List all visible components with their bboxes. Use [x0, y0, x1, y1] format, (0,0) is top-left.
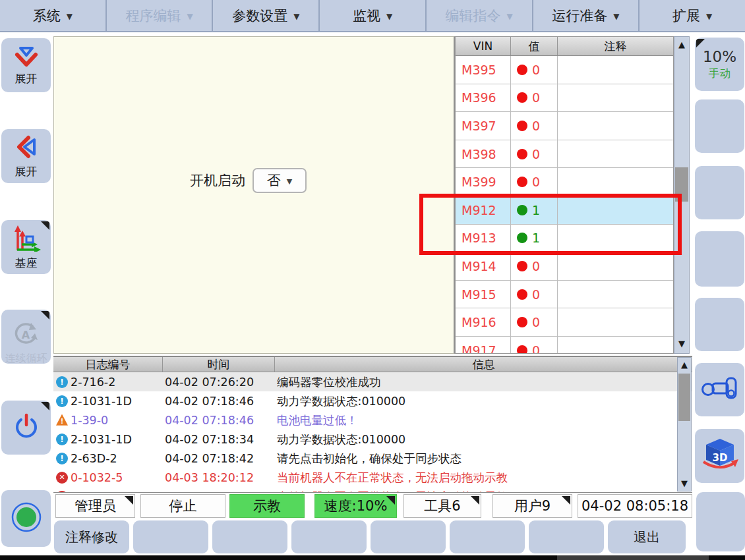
status-user-frame[interactable]: 用户9 [492, 494, 572, 518]
vin-name-cell: M398 [456, 140, 511, 168]
caret-down-icon: ▼ [67, 11, 73, 21]
scrollbar-up-button[interactable]: ▲ [678, 360, 691, 370]
vin-value-cell: 0 [511, 281, 558, 308]
log-message: 编码器零位校准成功 [277, 374, 692, 390]
corner-spare-button[interactable] [696, 492, 745, 551]
menu-item-monitor[interactable]: 监视▼ [320, 0, 427, 31]
corner-marker [562, 496, 570, 505]
expand-left-button[interactable]: 展开 [1, 129, 51, 183]
info-icon: ! [56, 434, 68, 445]
scrollbar-up-button[interactable]: ▲ [674, 40, 689, 49]
continuous-loop-button: A 连续循环 [1, 310, 51, 364]
log-row[interactable]: !2-63D-204-02 07:18:42请先点击初始化，确保处于同步状态 [53, 449, 692, 468]
speed-mode-button[interactable]: 10% 手动 [695, 38, 744, 91]
scrollbar-down-button[interactable]: ▼ [678, 478, 691, 488]
log-id: 2-63D-2 [71, 452, 165, 465]
menu-item-system[interactable]: 系统▼ [0, 0, 107, 31]
spare-button-1[interactable] [695, 99, 744, 153]
table-row[interactable]: M3960 [456, 84, 673, 113]
info-icon: ! [56, 453, 68, 464]
io-table-header: VIN 值 注释 [456, 37, 673, 56]
fn-blank-button-5[interactable] [450, 520, 525, 553]
log-scrollbar[interactable]: ▲ ▼ [677, 357, 692, 491]
log-id: 0-1032-5 [71, 490, 165, 493]
base-frame-button[interactable]: 基座 [1, 220, 51, 274]
servo-indicator-button[interactable] [1, 490, 51, 547]
spare-button-2[interactable] [695, 166, 744, 219]
vin-value-text: 0 [532, 175, 540, 189]
power-button[interactable] [1, 401, 51, 455]
log-row[interactable]: !2-1031-1D04-02 07:18:34动力学数据状态:010000 [53, 430, 692, 449]
log-time: 04-02 07:18:46 [165, 395, 277, 408]
table-row[interactable]: M9170 [456, 337, 673, 353]
log-row[interactable]: !2-716-204-02 07:26:20编码器零位校准成功 [53, 372, 692, 391]
log-message: 当前机器人不在正常状态，无法启动拖动示教 [277, 489, 692, 493]
fn-blank-button-2[interactable] [212, 520, 287, 553]
menu-item-parameter-settings[interactable]: 参数设置▼ [213, 0, 320, 31]
vin-comment-cell [558, 56, 673, 84]
vin-comment-cell [558, 168, 673, 196]
status-tool[interactable]: 工具6 [403, 494, 481, 518]
menu-item-program-edit: 程序编辑▼ [107, 0, 214, 31]
vin-value-text: 0 [532, 287, 540, 302]
error-icon: ✕ [56, 472, 68, 484]
table-row[interactable]: M9150 [456, 281, 673, 309]
corner-marker [471, 496, 479, 505]
log-time: 04-02 07:18:46 [165, 414, 277, 427]
vin-value-text: 0 [532, 63, 540, 77]
corner-marker [386, 496, 395, 505]
red-dot-icon [517, 65, 527, 75]
menu-item-extension[interactable]: 扩展▼ [640, 0, 745, 31]
fn-comment-edit-button[interactable]: 注释修改 [54, 520, 129, 553]
table-row[interactable]: M3970 [456, 112, 673, 140]
corner-marker [696, 39, 705, 47]
log-message: 当前机器人不在正常状态，无法启动拖动示教 [277, 470, 692, 486]
log-message: 动力学数据状态:010000 [277, 393, 692, 409]
red-dot-icon [517, 177, 527, 187]
spare-button-4[interactable] [695, 298, 744, 351]
expand-down-button[interactable]: 展开 [1, 38, 51, 92]
vin-comment-cell [558, 84, 673, 112]
status-speed[interactable]: 速度:10% [314, 494, 397, 518]
status-user-level[interactable]: 管理员 [55, 494, 135, 518]
log-row[interactable]: !2-1031-1D04-02 07:18:46动力学数据状态:010000 [53, 391, 692, 410]
fn-blank-button-4[interactable] [371, 520, 446, 553]
column-header-time: 时间 [163, 357, 275, 372]
fn-blank-button-3[interactable] [291, 520, 367, 553]
svg-text:A: A [21, 329, 30, 341]
corner-marker [41, 221, 49, 230]
vin-value-cell: 0 [511, 337, 558, 353]
table-row[interactable]: M3950 [456, 56, 673, 84]
status-clock: 04-02 08:05:18 [578, 494, 692, 518]
corner-marker [125, 496, 133, 505]
log-row[interactable]: ✕0-1032-504-03 18:20:12当前机器人不在正常状态，无法启动拖… [53, 487, 692, 493]
vin-value-cell: 0 [511, 140, 558, 168]
vin-comment-cell [558, 252, 673, 280]
fn-exit-button[interactable]: 退出 [608, 520, 686, 553]
status-mode[interactable]: 示教 [229, 494, 305, 518]
fn-blank-button-1[interactable] [133, 520, 208, 553]
startup-dropdown[interactable]: 否 ▼ [253, 168, 307, 193]
table-row[interactable]: M9160 [456, 308, 673, 337]
pendant-jog-icon [700, 375, 740, 405]
status-run-state[interactable]: 停止 [140, 494, 225, 518]
log-row[interactable]: ✕0-1032-504-03 18:20:12当前机器人不在正常状态，无法启动拖… [53, 468, 692, 487]
view-3d-icon: 3D [701, 437, 739, 475]
table-row[interactable]: M9140 [456, 252, 673, 281]
spare-button-3[interactable] [695, 231, 744, 287]
vin-value-cell: 0 [511, 252, 558, 280]
log-id: 0-1032-5 [71, 471, 165, 484]
log-id: 2-716-2 [71, 376, 165, 389]
log-row[interactable]: !1-39-004-02 07:18:46电池电量过低！ [53, 410, 692, 430]
menu-item-run-prepare[interactable]: 运行准备▼ [533, 0, 640, 31]
pendant-jog-button[interactable] [695, 363, 744, 416]
scrollbar-thumb[interactable] [678, 374, 690, 421]
scrollbar-down-button[interactable]: ▼ [674, 339, 689, 349]
table-row[interactable]: M3990 [456, 168, 673, 196]
log-message: 电池电量过低！ [277, 412, 692, 428]
view-3d-button[interactable]: 3D [695, 429, 744, 483]
table-row[interactable]: M3980 [456, 140, 673, 169]
fn-blank-button-6[interactable] [529, 520, 604, 553]
vin-name-cell: M916 [456, 308, 511, 336]
vin-value-text: 0 [532, 343, 540, 353]
